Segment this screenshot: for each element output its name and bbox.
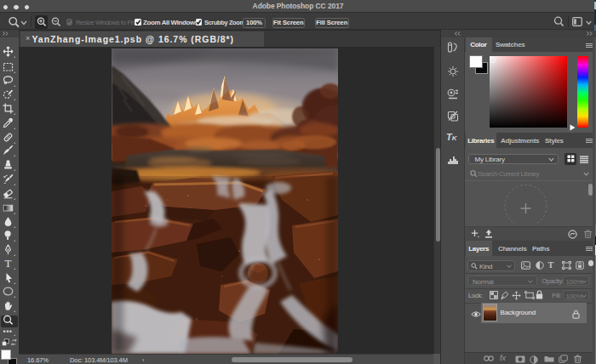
svg-text:T: T <box>5 258 12 269</box>
